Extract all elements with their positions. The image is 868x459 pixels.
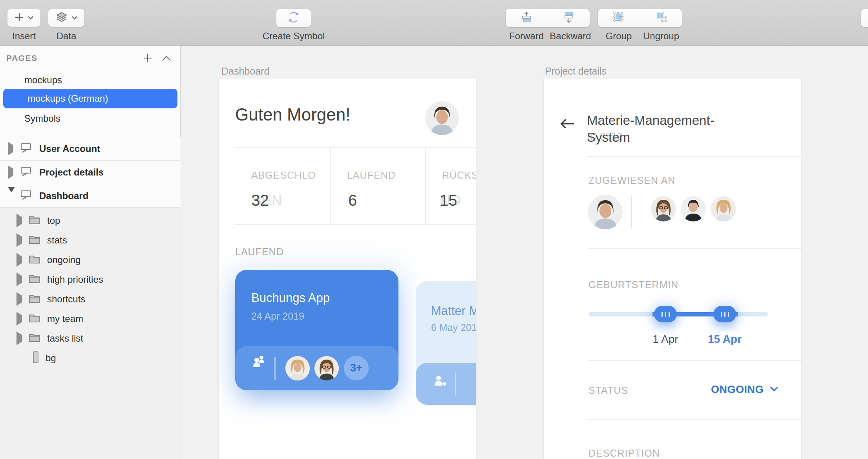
card-title: Matter M	[431, 304, 476, 318]
disclosure-triangle-icon[interactable]	[16, 276, 23, 283]
page-item-mockups-german[interactable]: mockups (German)	[3, 89, 177, 108]
back-button[interactable]	[559, 118, 576, 131]
backward-button[interactable]	[548, 9, 590, 27]
user-avatar[interactable]	[425, 101, 459, 135]
layer-row-stats[interactable]: stats	[0, 230, 181, 250]
divider	[588, 360, 801, 361]
forward-button[interactable]	[506, 9, 548, 27]
divider	[588, 419, 801, 420]
page-item-mockups[interactable]: mockups	[0, 71, 181, 89]
toolbar: Insert Data	[0, 0, 868, 46]
layer-row-ongoing[interactable]: ongoing	[0, 250, 181, 270]
layer-sidebar: PAGES mockups mockups (German) Symbols	[0, 46, 181, 459]
assignee-avatar[interactable]	[681, 196, 706, 221]
stat-value: 32	[251, 192, 269, 209]
group-button[interactable]	[598, 9, 640, 27]
layer-label: bg	[46, 353, 56, 364]
divider	[235, 147, 476, 148]
assignee-icon	[432, 375, 448, 390]
more-members-badge[interactable]: 3+	[344, 356, 369, 380]
group-segment	[598, 9, 682, 27]
layer-row-high-priorities[interactable]: high priorities	[0, 270, 181, 289]
folder-icon	[28, 313, 41, 325]
layer-row-dashboard[interactable]: Dashboard	[0, 184, 181, 207]
send-backward-icon	[563, 11, 575, 25]
disclosure-triangle-icon[interactable]	[16, 256, 23, 263]
plus-icon	[14, 12, 24, 24]
layer-label: shortcuts	[47, 294, 85, 305]
footer-divider	[455, 372, 456, 396]
disclosure-triangle-icon[interactable]	[16, 217, 23, 224]
disclosure-triangle-icon[interactable]	[16, 296, 23, 303]
pages-header-title: PAGES	[6, 53, 37, 63]
layer-row-user-account[interactable]: User Account	[0, 137, 181, 160]
layer-row-project-details[interactable]: Project details	[0, 160, 181, 184]
card-footer	[416, 363, 476, 405]
chevron-down-icon	[27, 15, 34, 22]
data-label: Data	[48, 31, 85, 42]
disclosure-triangle-icon[interactable]	[8, 169, 14, 176]
divider	[588, 248, 801, 249]
page-label: mockups	[24, 75, 62, 86]
disclosure-triangle-icon[interactable]	[16, 335, 23, 342]
partial-toolbar-button[interactable]	[861, 9, 868, 27]
date-start-label: 1 Apr	[646, 333, 685, 346]
layer-label: Project details	[39, 167, 104, 178]
artboard-title-dashboard[interactable]: Dashboard	[221, 66, 269, 77]
status-label: STATUS	[588, 385, 628, 396]
artboard-project-details[interactable]: Materie-Management- ID 3512 System ZUGEW…	[544, 79, 801, 459]
card-footer: 3+	[235, 346, 398, 390]
assignee-avatar-primary[interactable]	[588, 195, 623, 229]
layer-row-top[interactable]: top	[0, 211, 181, 230]
artboard-dashboard[interactable]: Guten Morgen! ABGESCHLO SEN 32 LAUFEND 6…	[219, 79, 476, 459]
artboard-title-project-details[interactable]: Project details	[545, 66, 607, 77]
layer-row-bg[interactable]: bg	[0, 348, 181, 368]
group-label: Group	[598, 31, 640, 42]
project-card-matter[interactable]: Matter M 6 May 201	[416, 281, 476, 405]
card-title: Buchungs App	[251, 291, 330, 305]
divider	[631, 196, 632, 229]
status-value: ONGOING	[711, 384, 764, 396]
layers-icon	[55, 11, 68, 25]
insert-button[interactable]	[7, 9, 41, 27]
slider-handle-end[interactable]	[713, 306, 736, 322]
forward-label: Forward	[505, 31, 548, 42]
page-label: mockups (German)	[27, 93, 108, 104]
page-label: Symbols	[24, 113, 60, 124]
folder-icon	[28, 333, 41, 344]
data-button[interactable]	[48, 9, 85, 27]
project-card-buchungs-app[interactable]: Buchungs App 24 Apr 2019	[235, 270, 398, 390]
team-icon	[252, 355, 267, 370]
layer-label: top	[47, 215, 60, 226]
canvas[interactable]: Dashboard Guten Morgen! ABGESCHLO SEN 32…	[181, 46, 868, 459]
member-avatar[interactable]	[285, 356, 310, 380]
assignee-avatar[interactable]	[651, 196, 676, 221]
create-symbol-button[interactable]	[276, 9, 311, 27]
collapse-pages-button[interactable]	[161, 55, 172, 64]
slider-handle-start[interactable]	[654, 306, 677, 322]
layer-row-my-team[interactable]: my team	[0, 309, 181, 329]
disclosure-triangle-icon[interactable]	[8, 192, 14, 199]
add-page-button[interactable]	[142, 53, 153, 65]
ungroup-label: Ungroup	[640, 31, 682, 42]
member-avatar[interactable]	[314, 356, 339, 380]
assignee-avatar[interactable]	[711, 196, 736, 221]
date-end-label: 15 Apr	[703, 333, 746, 346]
insert-label: Insert	[7, 31, 41, 42]
layer-row-shortcuts[interactable]: shortcuts	[0, 289, 181, 309]
disclosure-triangle-icon[interactable]	[8, 145, 14, 152]
due-date-label: GEBURTSTERMIN	[588, 279, 678, 291]
chevron-up-icon	[161, 55, 172, 62]
ungroup-button[interactable]	[640, 9, 682, 27]
stat-value: 15	[440, 192, 457, 209]
folder-icon	[28, 274, 41, 285]
layer-label: tasks list	[47, 333, 83, 344]
stat-label: LAUFEND	[347, 170, 396, 181]
divider	[235, 224, 476, 225]
disclosure-triangle-icon[interactable]	[16, 315, 23, 322]
disclosure-triangle-icon[interactable]	[16, 237, 23, 244]
project-title-line1: Materie-Management-	[587, 113, 715, 128]
layer-row-tasks-list[interactable]: tasks list	[0, 329, 181, 348]
page-item-symbols[interactable]: Symbols	[0, 110, 181, 127]
folder-icon	[28, 254, 41, 266]
